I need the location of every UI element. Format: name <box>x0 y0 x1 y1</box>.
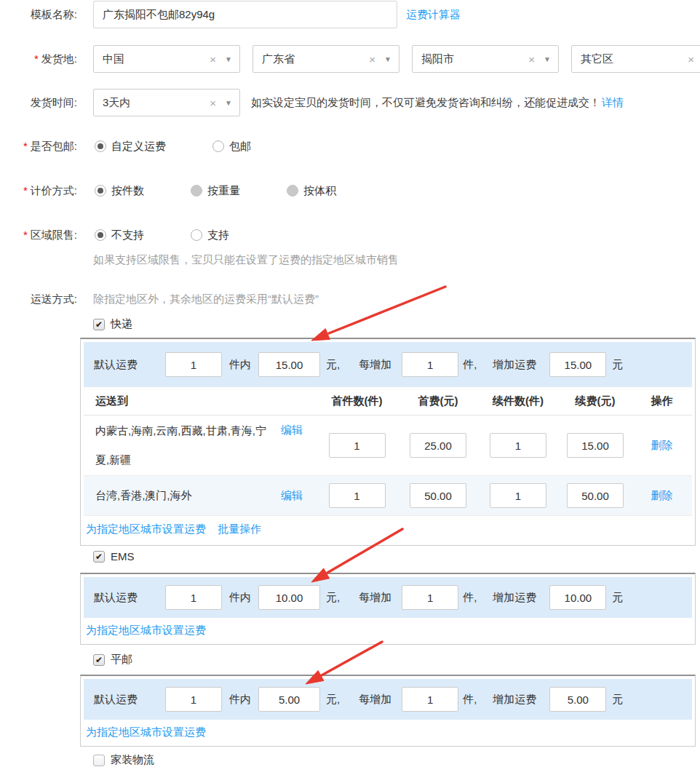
pingyou-inc-fee-input[interactable] <box>549 687 606 712</box>
clear-icon[interactable]: × <box>369 53 375 65</box>
checkbox-express[interactable]: ✔ 快递 <box>93 317 132 331</box>
pingyou-default-fee-input[interactable] <box>258 687 320 712</box>
batch-operation-link[interactable]: 批量操作 <box>218 522 261 536</box>
ship-time-hint: 如实设定宝贝的发货时间，不仅可避免发货咨询和纠纷，还能促进成交！ <box>251 96 600 110</box>
radio-custom-fee[interactable]: 自定义运费 <box>95 140 166 154</box>
default-fee-label: 默认运费 <box>94 693 138 707</box>
row-first-qty-input[interactable] <box>329 433 386 458</box>
row-first-fee-input[interactable] <box>410 483 466 508</box>
radio-selected-icon[interactable] <box>95 229 106 241</box>
annotation-arrow <box>311 287 445 341</box>
ems-inc-fee-input[interactable] <box>549 585 606 610</box>
template-name-row: 模板名称: 运费计算器 <box>0 1 461 28</box>
default-fee-label: 默认运费 <box>94 358 138 372</box>
pingyou-links-row: 为指定地区城市设置运费 <box>84 721 692 743</box>
checkbox-ems[interactable]: ✔ EMS <box>93 550 135 563</box>
chevron-down-icon[interactable]: ▼ <box>225 55 232 63</box>
express-default-qty-input[interactable] <box>165 352 222 377</box>
fee-table-header: 运送到 首件数(件) 首费(元) 续件数(件) 续费(元) 操作 <box>84 387 692 416</box>
checkbox-unchecked-icon[interactable] <box>93 755 105 766</box>
checkbox-pingyou[interactable]: ✔ 平邮 <box>93 653 132 667</box>
origin-country-select[interactable]: 中国 × ▼ <box>93 45 240 73</box>
radio-disabled-icon <box>287 185 298 196</box>
row-next-qty-input[interactable] <box>490 483 546 508</box>
header-first-fee: 首费(元) <box>399 394 477 408</box>
header-ship-to: 运送到 <box>84 394 315 408</box>
template-name-label: 模板名称: <box>0 8 77 22</box>
radio-selected-icon[interactable] <box>95 185 106 196</box>
origin-city-select[interactable]: 揭阳市 × ▼ <box>412 45 559 73</box>
radio-by-weight: 按重量 <box>191 184 240 198</box>
radio-by-piece[interactable]: 按件数 <box>95 184 144 198</box>
clear-icon[interactable]: × <box>688 53 694 65</box>
edit-link[interactable]: 编辑 <box>281 489 303 503</box>
radio-icon[interactable] <box>191 229 202 241</box>
row-next-qty-input[interactable] <box>490 433 546 458</box>
ems-default-qty-input[interactable] <box>165 585 222 610</box>
pingyou-default-fee-row: 默认运费 件内 元, 每增加 件, 增加运费 元 <box>84 679 692 720</box>
express-default-fee-input[interactable] <box>258 352 320 377</box>
express-links-row: 为指定地区城市设置运费 批量操作 <box>84 516 692 542</box>
required-mark: * <box>34 52 39 65</box>
origin-district-select[interactable]: 其它区 × ▼ <box>571 45 700 73</box>
delete-link[interactable]: 删除 <box>651 439 673 453</box>
origin-row: *发货地: 中国 × ▼ 广东省 × ▼ 揭阳市 × ▼ 其它区 × ▼ <box>0 45 700 73</box>
edit-cell: 编辑 <box>269 489 315 503</box>
required-mark: * <box>23 184 28 196</box>
checkbox-checked-icon[interactable]: ✔ <box>93 319 105 330</box>
clear-icon[interactable]: × <box>528 53 535 65</box>
ship-time-row: 发货时间: 3天内 × ▼ 如实设定宝贝的发货时间，不仅可避免发货咨询和纠纷，还… <box>0 89 624 116</box>
radio-free-shipping[interactable]: 包邮 <box>212 140 251 154</box>
ems-inc-qty-input[interactable] <box>402 585 458 610</box>
row-first-qty-input[interactable] <box>329 483 386 508</box>
header-next-qty: 续件数(件) <box>477 394 559 408</box>
row-next-fee-input[interactable] <box>567 483 624 508</box>
edit-link[interactable]: 编辑 <box>281 424 303 437</box>
set-city-fee-link[interactable]: 为指定地区城市设置运费 <box>86 726 206 739</box>
ems-links-row: 为指定地区城市设置运费 <box>84 619 692 641</box>
required-mark: * <box>23 228 28 241</box>
set-city-fee-link[interactable]: 为指定地区城市设置运费 <box>86 624 206 637</box>
ems-fee-panel: 默认运费 件内 元, 每增加 件, 增加运费 元 为指定地区城市设置运费 <box>80 573 696 645</box>
region-text: 内蒙古,海南,云南,西藏,甘肃,青海,宁夏,新疆 <box>84 416 269 474</box>
required-mark: * <box>23 140 28 152</box>
row-first-fee-input[interactable] <box>410 433 466 458</box>
radio-by-volume: 按体积 <box>287 184 336 198</box>
checkbox-home-delivery[interactable]: 家装物流 <box>93 753 154 767</box>
radio-selected-icon[interactable] <box>95 140 106 152</box>
ship-time-select[interactable]: 3天内 × ▼ <box>93 89 240 116</box>
express-fee-panel: 默认运费 件内 元, 每增加 件, 增加运费 元 运送到 首件数(件) 首费(元… <box>80 338 696 546</box>
template-name-input[interactable] <box>93 1 397 28</box>
express-inc-fee-input[interactable] <box>549 352 606 377</box>
clear-icon[interactable]: × <box>210 97 216 109</box>
checkbox-checked-icon[interactable]: ✔ <box>93 654 105 666</box>
pricing-row: *计价方式: 按件数 按重量 按体积 <box>0 178 336 203</box>
chevron-down-icon[interactable]: ▼ <box>384 55 391 63</box>
header-first-qty: 首件数(件) <box>315 394 399 408</box>
ship-time-label: 发货时间: <box>0 96 77 110</box>
fee-calculator-link[interactable]: 运费计算器 <box>406 8 461 22</box>
radio-not-support[interactable]: 不支持 <box>95 228 144 242</box>
region-text: 台湾,香港,澳门,海外 <box>84 488 269 503</box>
pingyou-inc-qty-input[interactable] <box>402 687 458 712</box>
set-city-fee-link[interactable]: 为指定地区城市设置运费 <box>86 522 206 536</box>
checkbox-checked-icon[interactable]: ✔ <box>93 551 105 563</box>
row-next-fee-input[interactable] <box>567 433 624 458</box>
region-limit-label: *区域限售: <box>0 228 77 242</box>
delete-link[interactable]: 删除 <box>651 489 673 503</box>
chevron-down-icon[interactable]: ▼ <box>225 99 232 107</box>
chevron-down-icon[interactable]: ▼ <box>544 55 551 63</box>
origin-province-select[interactable]: 广东省 × ▼ <box>252 45 399 73</box>
ship-time-detail-link[interactable]: 详情 <box>602 96 624 110</box>
pricing-label: *计价方式: <box>0 184 77 198</box>
ems-default-fee-input[interactable] <box>258 585 320 610</box>
pingyou-default-qty-input[interactable] <box>165 687 222 712</box>
free-shipping-row: *是否包邮: 自定义运费 包邮 <box>0 134 251 159</box>
clear-icon[interactable]: × <box>210 53 216 65</box>
shipping-template-form: 模板名称: 运费计算器 *发货地: 中国 × ▼ 广东省 × ▼ 揭阳市 × ▼… <box>0 0 700 767</box>
radio-icon[interactable] <box>212 140 224 152</box>
fee-table-row: 台湾,香港,澳门,海外 编辑 删除 <box>84 476 692 516</box>
express-inc-qty-input[interactable] <box>402 352 458 377</box>
radio-support[interactable]: 支持 <box>191 228 229 242</box>
radio-disabled-icon <box>191 185 202 196</box>
